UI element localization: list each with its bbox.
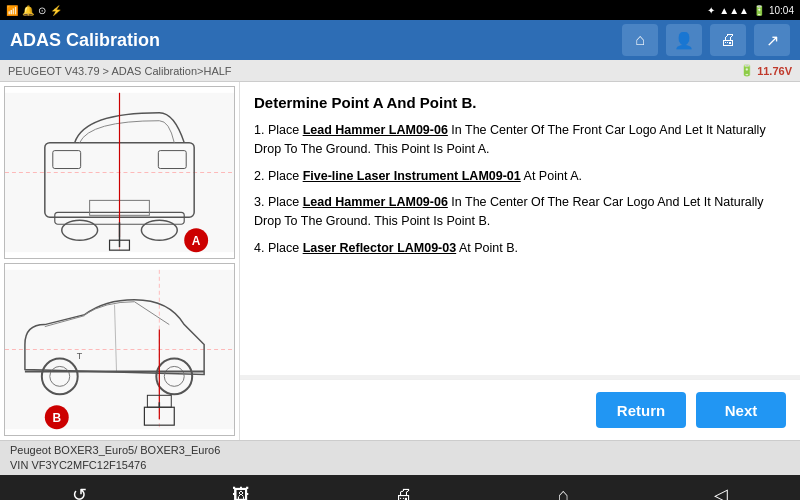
print-nav-button[interactable]: 🖨 <box>383 481 425 501</box>
step-2-text: Place <box>268 169 303 183</box>
step-3-number: 3. <box>254 195 268 209</box>
front-car-diagram: A <box>5 87 234 258</box>
menu-nav-button[interactable]: ◁ <box>702 480 740 500</box>
instruction-title: Determine Point A And Point B. <box>254 94 786 111</box>
breadcrumb-text: PEUGEOT V43.79 > ADAS Calibration>HALF <box>8 65 232 77</box>
svg-text:A: A <box>192 234 201 248</box>
step-2: 2. Place Five-line Laser Instrument LAM0… <box>254 167 786 186</box>
home-button[interactable]: ⌂ <box>622 24 658 56</box>
signal-icon: ▲▲▲ <box>719 5 749 16</box>
footer-line1: Peugeot BOXER3_Euro5/ BOXER3_Euro6 <box>10 443 790 458</box>
home-nav-button[interactable]: ⌂ <box>546 481 581 501</box>
step-4-text: Place <box>268 241 303 255</box>
footer-info: Peugeot BOXER3_Euro5/ BOXER3_Euro6 VIN V… <box>0 440 800 475</box>
step-1-highlight: Lead Hammer LAM09-06 <box>303 123 448 137</box>
notification-icon: 🔔 <box>22 5 34 16</box>
step-1-text: Place <box>268 123 303 137</box>
back-nav-button[interactable]: ↺ <box>60 480 99 500</box>
step-4-number: 4. <box>254 241 268 255</box>
diagram-panel: A <box>0 82 240 440</box>
time-display: 10:04 <box>769 5 794 16</box>
right-column: Determine Point A And Point B. 1. Place … <box>240 82 800 440</box>
next-button[interactable]: Next <box>696 392 786 428</box>
diagram-front: A <box>4 86 235 259</box>
bluetooth-icon: ✦ <box>707 5 715 16</box>
usb-icon: ⚡ <box>50 5 62 16</box>
header: ADAS Calibration ⌂ 👤 🖨 ↗ <box>0 20 800 60</box>
text-panel: Determine Point A And Point B. 1. Place … <box>240 82 800 375</box>
status-bar: 📶 🔔 ⊙ ⚡ ✦ ▲▲▲ 🔋 10:04 <box>0 0 800 20</box>
clock-icon: ⊙ <box>38 5 46 16</box>
step-2-rest: At Point A. <box>524 169 582 183</box>
step-1-number: 1. <box>254 123 268 137</box>
battery-icon: 🔋 <box>753 5 765 16</box>
svg-text:T: T <box>77 351 83 361</box>
nav-bar: ↺ 🖼 🖨 ⌂ ◁ <box>0 475 800 500</box>
battery-voltage: 11.76V <box>757 65 792 77</box>
step-4-rest: At Point B. <box>459 241 518 255</box>
main-content: A <box>0 82 800 440</box>
footer-line2: VIN VF3YC2MFC12F15476 <box>10 458 790 473</box>
return-button[interactable]: Return <box>596 392 686 428</box>
status-bar-left: 📶 🔔 ⊙ ⚡ <box>6 5 62 16</box>
gallery-nav-button[interactable]: 🖼 <box>220 481 262 501</box>
step-4-highlight: Laser Reflector LAM09-03 <box>303 241 457 255</box>
button-row: Return Next <box>240 379 800 440</box>
header-icons: ⌂ 👤 🖨 ↗ <box>622 24 790 56</box>
sim-icon: 📶 <box>6 5 18 16</box>
step-4: 4. Place Laser Reflector LAM09-03 At Poi… <box>254 239 786 258</box>
print-button[interactable]: 🖨 <box>710 24 746 56</box>
step-2-highlight: Five-line Laser Instrument LAM09-01 <box>303 169 521 183</box>
step-1: 1. Place Lead Hammer LAM09-06 In The Cen… <box>254 121 786 159</box>
breadcrumb: PEUGEOT V43.79 > ADAS Calibration>HALF 🔋… <box>0 60 800 82</box>
step-2-number: 2. <box>254 169 268 183</box>
battery-info: 🔋 11.76V <box>740 64 792 77</box>
svg-text:B: B <box>52 411 61 425</box>
status-bar-right: ✦ ▲▲▲ 🔋 10:04 <box>707 5 794 16</box>
step-3-text: Place <box>268 195 303 209</box>
rear-car-diagram: T B <box>5 264 234 435</box>
step-3-highlight: Lead Hammer LAM09-06 <box>303 195 448 209</box>
profile-button[interactable]: 👤 <box>666 24 702 56</box>
settings-button[interactable]: ↗ <box>754 24 790 56</box>
battery-icon-small: 🔋 <box>740 64 754 77</box>
app-title: ADAS Calibration <box>10 30 160 51</box>
diagram-rear: T B <box>4 263 235 436</box>
step-3: 3. Place Lead Hammer LAM09-06 In The Cen… <box>254 193 786 231</box>
